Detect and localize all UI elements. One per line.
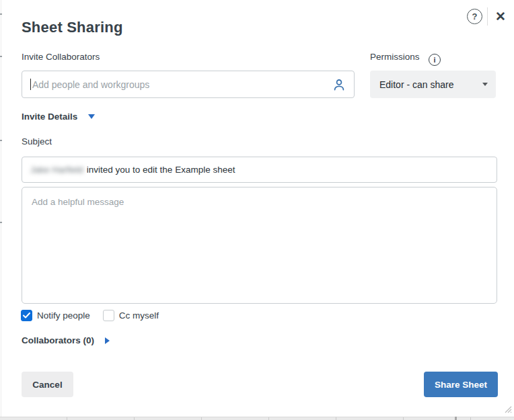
background-sheet-gridline: [455, 417, 457, 420]
permissions-selected-value: Editor - can share: [379, 79, 482, 90]
sheet-sharing-dialog: Sheet Sharing ? ✕ Invite Collaborators A…: [0, 0, 514, 420]
subject-input[interactable]: Jake Harfield invited you to edit the Ex…: [22, 157, 497, 183]
person-icon: [332, 78, 346, 91]
help-icon[interactable]: ?: [467, 9, 482, 24]
header-divider: [487, 7, 488, 26]
dialog-title: Sheet Sharing: [22, 19, 123, 36]
notification-options: Notify people Cc myself: [21, 310, 159, 321]
subject-value: invited you to edit the Example sheet: [87, 165, 235, 175]
invite-details-toggle[interactable]: Invite Details: [22, 112, 95, 122]
triangle-right-icon: [105, 337, 110, 344]
invite-input-placeholder: Add people and workgroups: [32, 79, 149, 90]
collaborators-label: Collaborators (0): [22, 335, 94, 345]
cc-myself-label: Cc myself: [119, 310, 159, 321]
background-left-edge: [1, 0, 1, 417]
background-sheet-strip: [0, 417, 514, 420]
subject-redacted-name: Jake Harfield: [30, 165, 83, 175]
cancel-button[interactable]: Cancel: [22, 372, 73, 397]
notify-people-label: Notify people: [37, 310, 90, 321]
info-icon[interactable]: i: [429, 54, 441, 66]
resize-handle[interactable]: [501, 403, 513, 414]
background-row-tick: [0, 222, 2, 223]
permissions-label: Permissions: [370, 52, 420, 62]
invite-details-label: Invite Details: [22, 112, 77, 122]
invite-collaborators-label: Invite Collaborators: [22, 52, 100, 62]
background-row-tick: [0, 140, 2, 141]
permissions-select[interactable]: Editor - can share: [370, 71, 496, 98]
check-icon: [23, 312, 30, 319]
close-icon[interactable]: ✕: [492, 7, 509, 25]
chevron-down-icon: [482, 83, 488, 86]
background-row-tick: [0, 56, 2, 57]
collaborators-toggle[interactable]: Collaborators (0): [22, 335, 110, 345]
share-sheet-button[interactable]: Share Sheet: [424, 372, 498, 397]
notify-people-checkbox[interactable]: [21, 310, 32, 321]
message-placeholder: Add a helpful message: [32, 197, 124, 207]
subject-label: Subject: [22, 136, 52, 146]
invite-collaborators-input[interactable]: Add people and workgroups: [22, 71, 355, 98]
text-cursor: [30, 79, 31, 90]
background-row-tick: [0, 13, 2, 15]
message-textarea[interactable]: Add a helpful message: [22, 187, 497, 304]
cc-myself-checkbox[interactable]: [103, 310, 114, 321]
triangle-down-icon: [88, 114, 95, 119]
